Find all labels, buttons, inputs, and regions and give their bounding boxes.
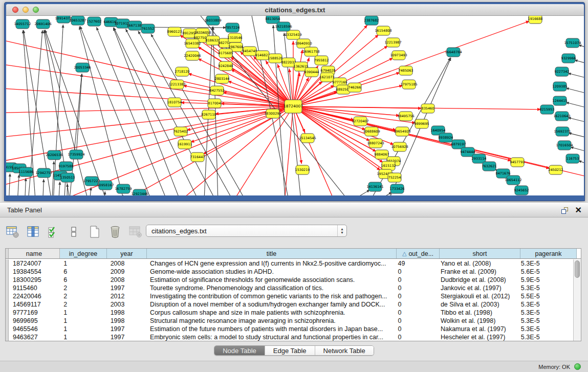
table-cell-short[interactable]: Nakamura et al. (1997): [437, 325, 517, 333]
graph-node[interactable]: 15692371: [554, 127, 571, 136]
table-cell-title[interactable]: Embryonic stem cells: a model to study s…: [146, 333, 394, 341]
graph-node[interactable]: 14055712: [14, 19, 31, 29]
table-cell-year[interactable]: 1997: [106, 325, 146, 333]
table-cell-out_degree[interactable]: 0: [394, 284, 436, 292]
graph-node[interactable]: 2387682: [364, 16, 379, 25]
graph-node[interactable]: 10688609: [363, 127, 380, 136]
delete-column-icon[interactable]: [107, 224, 123, 239]
table-cell-year[interactable]: 2003: [106, 300, 146, 309]
graph-node[interactable]: 1530219: [295, 165, 310, 174]
graph-node[interactable]: 7625402: [173, 127, 188, 136]
table-cell-pagerank[interactable]: 5.5E-5: [517, 292, 573, 300]
graph-node[interactable]: 1527602: [87, 17, 102, 26]
table-cell-title[interactable]: Genome-wide association studies in ADHD.: [146, 268, 394, 276]
graph-node[interactable]: 9390444: [304, 68, 319, 77]
graph-node[interactable]: 7857224: [225, 23, 240, 32]
table-row[interactable]: 2242004622012Investigating the contribut…: [6, 292, 573, 300]
table-cell-year[interactable]: 1997: [106, 333, 146, 341]
table-cell-out_degree[interactable]: 0: [394, 292, 436, 300]
graph-node[interactable]: 116753: [566, 154, 579, 163]
table-selector[interactable]: citations_edges.txt ▲▼: [146, 225, 347, 237]
show-columns-icon[interactable]: [26, 224, 41, 239]
table-cell-short[interactable]: de Silva et al. (2003): [437, 300, 517, 309]
close-panel-icon[interactable]: ✕: [575, 206, 582, 214]
table-cell-title[interactable]: Disruption of a novel member of a sodium…: [146, 300, 394, 309]
tab-network-table[interactable]: Network Table: [315, 346, 374, 355]
graph-node[interactable]: 12213987: [384, 38, 401, 47]
table-cell-pagerank[interactable]: 5.3E-5: [517, 325, 573, 333]
table-cell-title[interactable]: Estimation of the future numbers of pati…: [146, 325, 394, 333]
table-cell-out_degree[interactable]: 0: [394, 333, 436, 341]
graph-node[interactable]: 9899695: [415, 119, 429, 128]
scrollbar-thumb[interactable]: [575, 260, 580, 278]
graph-node[interactable]: 18495756: [397, 112, 414, 121]
graph-node[interactable]: 1244415: [553, 96, 568, 105]
graph-node[interactable]: 761552: [141, 24, 155, 33]
table-cell-short[interactable]: Yano et al. (2008): [437, 259, 517, 268]
table-cell-in_degree[interactable]: 1: [59, 317, 106, 325]
table-row[interactable]: 1938455462009Genome-wide association stu…: [6, 268, 573, 276]
graph-node[interactable]: 16210643: [553, 112, 570, 121]
row-height-icon[interactable]: [67, 224, 82, 239]
graph-node[interactable]: 16782759: [115, 184, 132, 193]
graph-node[interactable]: 9227342: [555, 67, 570, 76]
graph-node[interactable]: 835460: [421, 104, 434, 113]
select-all-rows-icon[interactable]: [46, 224, 61, 239]
graph-node[interactable]: 19654923: [394, 127, 410, 136]
table-cell-short[interactable]: Franke et al. (2009): [437, 268, 517, 276]
table-cell-title[interactable]: Investigating the contribution of common…: [146, 292, 394, 300]
column-header-in_degree[interactable]: in_degree: [60, 249, 107, 258]
table-cell-name[interactable]: 18300295: [9, 276, 59, 284]
graph-node[interactable]: 9457791: [510, 158, 525, 167]
graph-node[interactable]: 9245652: [514, 186, 529, 195]
table-cell-year[interactable]: 1997: [106, 284, 146, 292]
graph-node[interactable]: 13325419: [285, 30, 301, 39]
window-titlebar[interactable]: citations_edges.txt: [6, 4, 584, 16]
table-cell-name[interactable]: 9465546: [9, 325, 59, 333]
graph-node[interactable]: 17016504: [556, 141, 573, 150]
table-cell-name[interactable]: 14569117: [9, 300, 59, 309]
graph-node[interactable]: 10958167: [97, 181, 114, 190]
graph-node[interactable]: 8267110: [202, 110, 216, 119]
graph-node[interactable]: 14136141: [366, 182, 383, 191]
graph-node[interactable]: 7316447: [190, 152, 205, 162]
graph-node[interactable]: 12213383: [168, 80, 185, 89]
table-cell-pagerank[interactable]: 5.3E-5: [517, 317, 573, 325]
table-cell-pagerank[interactable]: 5.3E-5: [517, 300, 573, 309]
graph-node[interactable]: 1619911: [178, 140, 192, 149]
table-cell-out_degree[interactable]: 0: [394, 300, 436, 309]
table-cell-title[interactable]: Tourette syndrome. Phenomenology and cla…: [146, 284, 394, 292]
network-canvas[interactable]: 1872400789601238912954182260589827508165…: [6, 16, 584, 195]
graph-node[interactable]: 817004: [208, 99, 221, 108]
tab-node-table[interactable]: Node Table: [214, 346, 265, 355]
table-cell-in_degree[interactable]: 6: [59, 268, 106, 276]
graph-node[interactable]: 1916688: [528, 16, 543, 24]
table-cell-short[interactable]: Jankovic et al. (1997): [437, 284, 517, 292]
table-row[interactable]: 1872400712008Changes of HCN gene express…: [6, 259, 573, 268]
graph-node[interactable]: 20053346: [74, 63, 91, 72]
table-cell-name[interactable]: 9777169: [9, 309, 59, 317]
graph-node[interactable]: 12923446: [131, 189, 148, 195]
table-row[interactable]: 977716911998Corpus callosum shape and si…: [6, 309, 573, 317]
graph-node[interactable]: 16543382: [184, 39, 201, 48]
graph-node[interactable]: 16961758: [302, 47, 319, 56]
table-cell-title[interactable]: Estimation of significance thresholds fo…: [146, 276, 394, 284]
table-cell-year[interactable]: 2012: [106, 292, 146, 300]
table-cell-short[interactable]: Wolkin et al. (1998): [437, 317, 517, 325]
table-cell-pagerank[interactable]: 5.3E-5: [517, 259, 573, 268]
column-header-name[interactable]: name: [9, 249, 60, 258]
table-vertical-scrollbar[interactable]: [573, 259, 581, 341]
table-cell-name[interactable]: 9699695: [9, 317, 59, 325]
graph-node[interactable]: 8215953: [540, 105, 555, 114]
graph-node[interactable]: 1115686: [19, 167, 34, 177]
table-cell-pagerank[interactable]: 5.3E-5: [517, 284, 573, 292]
graph-node[interactable]: 9175685: [219, 49, 233, 58]
table-cell-in_degree[interactable]: 1: [59, 333, 106, 341]
graph-node[interactable]: 1733426: [390, 184, 405, 193]
graph-node[interactable]: 1810754: [167, 98, 182, 107]
table-cell-year[interactable]: 1998: [106, 317, 146, 325]
table-cell-name[interactable]: 19384554: [9, 268, 59, 276]
graph-node[interactable]: 1615132: [381, 161, 396, 170]
column-header-short[interactable]: short: [440, 249, 520, 258]
graph-node[interactable]: 8938924: [439, 133, 453, 142]
